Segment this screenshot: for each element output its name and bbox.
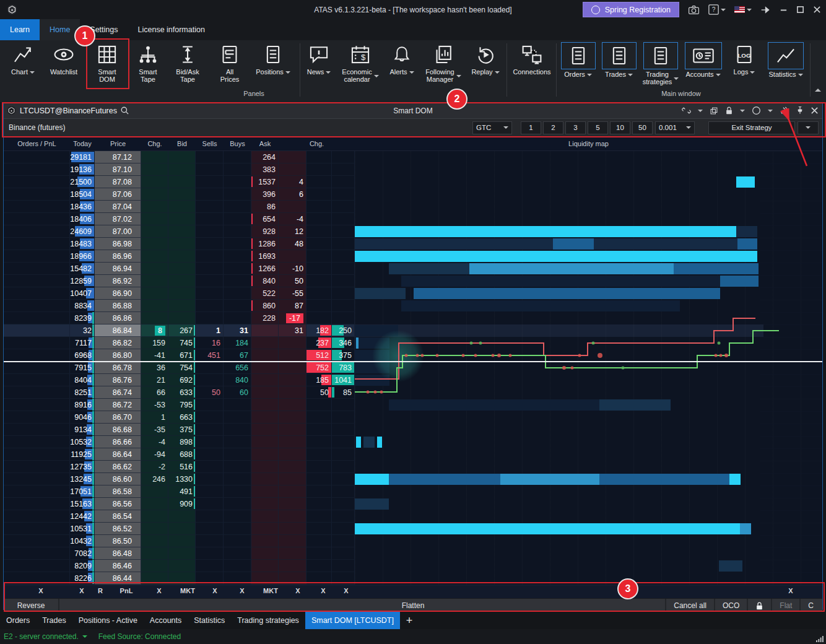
trade-dot xyxy=(715,354,718,357)
language-flag-button[interactable] xyxy=(734,6,752,13)
ribbon-button-chart[interactable]: Chart xyxy=(5,42,41,76)
workspace-tab-statistics[interactable]: Statistics xyxy=(188,612,231,629)
qty-preset-10[interactable]: 10 xyxy=(610,121,630,134)
spring-registration-button[interactable]: Spring Registration xyxy=(583,2,679,17)
footer-marker-x-11[interactable]: X xyxy=(344,587,348,594)
server-status[interactable]: E2 - server connected. xyxy=(4,632,79,641)
ribbon-button-smart-tape[interactable]: Smart Tape xyxy=(130,42,166,83)
minimize-button[interactable] xyxy=(780,6,788,14)
group-separator xyxy=(300,43,300,97)
workspace-tab-trades[interactable]: Trades xyxy=(36,612,72,629)
workspace-tab-accounts[interactable]: Accounts xyxy=(144,612,188,629)
ribbon-button-logs[interactable]: LOGLogs xyxy=(727,42,762,76)
column-header-bid[interactable]: Bid xyxy=(168,140,196,147)
chevron-down-icon[interactable] xyxy=(768,110,773,112)
footer-marker-x-6[interactable]: X xyxy=(212,587,217,594)
ribbon-button-connections[interactable]: Connections xyxy=(509,42,555,76)
ribbon-button-bid-ask-tape[interactable]: Bid/Ask Tape xyxy=(168,42,207,83)
ribbon-button-all-prices[interactable]: All Prices xyxy=(211,42,249,83)
column-header-price[interactable]: Price xyxy=(95,140,141,147)
card-icon xyxy=(692,45,715,66)
footer-marker-x-10[interactable]: X xyxy=(321,587,325,594)
maximize-button[interactable] xyxy=(796,6,804,14)
ribbon-tab-home[interactable]: Home xyxy=(40,19,80,40)
screenshot-camera-icon[interactable] xyxy=(688,5,700,15)
stats-icon xyxy=(775,45,797,66)
chevron-down-icon xyxy=(495,71,500,74)
ribbon-button-trading-strategies[interactable]: Trading strategies xyxy=(640,42,681,85)
workspace-tab-positions-active[interactable]: Positions - Active xyxy=(72,612,144,629)
trade-dot xyxy=(571,367,574,370)
footer-marker-x-4[interactable]: X xyxy=(157,587,161,594)
footer-marker-mkt-8[interactable]: MKT xyxy=(263,587,278,594)
trade-dot xyxy=(497,354,501,357)
footer-marker-x-0[interactable]: X xyxy=(38,587,43,594)
ribbon-button-news[interactable]: News xyxy=(302,42,336,76)
pin-window-button[interactable] xyxy=(760,6,771,14)
qty-preset-50[interactable]: 50 xyxy=(632,121,653,134)
chevron-down-icon xyxy=(747,9,752,11)
cancel-all-button[interactable]: Cancel all xyxy=(665,599,714,612)
dom-footer-markers: XXRPnLXMKTXXMKTXXXX xyxy=(4,585,822,598)
column-header-today[interactable]: Today xyxy=(70,140,95,147)
tif-select[interactable]: GTC xyxy=(472,121,512,134)
footer-marker-x-12[interactable]: X xyxy=(788,587,793,594)
smart-dom-titlebar[interactable]: LTCUSDT@BinanceFutures Smart DOM xyxy=(4,103,822,118)
chevron-down-icon[interactable] xyxy=(82,635,87,638)
trade-dot xyxy=(462,354,465,357)
ribbon-button-trades[interactable]: Trades xyxy=(599,42,638,79)
ribbon-button-replay[interactable]: Replay xyxy=(467,42,504,76)
chevron-down-icon xyxy=(409,71,414,74)
column-header-sells[interactable]: Sells xyxy=(196,140,224,147)
ribbon-button-economic-calendar[interactable]: $Economic calendar xyxy=(338,42,383,83)
c-button[interactable]: C xyxy=(799,599,821,612)
footer-marker-x-9[interactable]: X xyxy=(295,587,300,594)
column-header-ask[interactable]: Ask xyxy=(251,140,279,147)
ribbon-button-statistics[interactable]: Statistics xyxy=(765,42,806,79)
lock-icon[interactable] xyxy=(725,106,733,115)
ribbon-button-alerts[interactable]: Alerts xyxy=(385,42,419,76)
ribbon-button-following-manager[interactable]: Following Manager xyxy=(421,42,466,83)
tick-step-select[interactable]: 0.001 xyxy=(655,121,695,134)
column-header-chg-[interactable]: Chg. xyxy=(279,140,355,147)
trade-dot xyxy=(474,354,477,357)
ribbon-button-watchlist[interactable]: Watchlist xyxy=(43,42,84,76)
workspace-tab-orders[interactable]: Orders xyxy=(0,612,36,629)
footer-marker-mkt-5[interactable]: MKT xyxy=(180,587,195,594)
qty-preset-3[interactable]: 3 xyxy=(565,121,586,134)
chevron-down-icon[interactable] xyxy=(740,110,745,112)
help-menu-button[interactable]: ? xyxy=(708,4,726,15)
chevron-down-icon[interactable] xyxy=(698,110,703,112)
column-header-liquidity-map[interactable]: Liquidity map xyxy=(355,140,822,147)
ribbon-tab-learn[interactable]: Learn xyxy=(0,19,40,40)
ribbon-button-positions[interactable]: Positions xyxy=(251,42,295,76)
ribbon-button-orders[interactable]: Orders xyxy=(559,42,598,79)
flat-button[interactable]: Flat xyxy=(771,599,799,612)
ribbon-button-smart-dom[interactable]: Smart DOM xyxy=(88,42,126,83)
column-header-chg-[interactable]: Chg. xyxy=(141,140,168,147)
footer-marker-x-7[interactable]: X xyxy=(240,587,244,594)
collapse-ribbon-button[interactable] xyxy=(815,89,821,92)
workspace-tab-smart-dom-ltcusdt-[interactable]: Smart DOM [LTCUSDT] xyxy=(305,612,400,629)
footer-marker-r-2[interactable]: R xyxy=(98,587,103,594)
workspace-tab-trading-strategies[interactable]: Trading strategies xyxy=(231,612,305,629)
color-circle-icon[interactable] xyxy=(752,106,761,115)
ribbon-button-accounts[interactable]: Accounts xyxy=(682,42,724,79)
footer-marker-pnl-3[interactable]: PnL xyxy=(120,587,133,594)
qty-preset-1[interactable]: 1 xyxy=(521,121,541,134)
lock-orders-button[interactable] xyxy=(747,599,771,612)
qty-preset-2[interactable]: 2 xyxy=(543,121,563,134)
oco-button[interactable]: OCO xyxy=(714,599,747,612)
column-header-orders-pnl[interactable]: Orders / PnL xyxy=(4,140,70,147)
column-header-buys[interactable]: Buys xyxy=(224,140,251,147)
ribbon-tab-license-information[interactable]: License information xyxy=(128,19,215,40)
chevron-down-icon xyxy=(628,74,633,76)
unlink-icon[interactable] xyxy=(682,106,691,115)
duplicate-icon[interactable] xyxy=(710,107,718,115)
close-button[interactable] xyxy=(813,6,821,14)
dom-footer-actions: Reverse Flatten Cancel all OCO Flat C xyxy=(4,598,822,612)
add-tab-button[interactable]: + xyxy=(400,612,419,629)
footer-marker-x-1[interactable]: X xyxy=(79,587,84,594)
annotation-arrow xyxy=(777,108,814,170)
qty-preset-5[interactable]: 5 xyxy=(588,121,608,134)
